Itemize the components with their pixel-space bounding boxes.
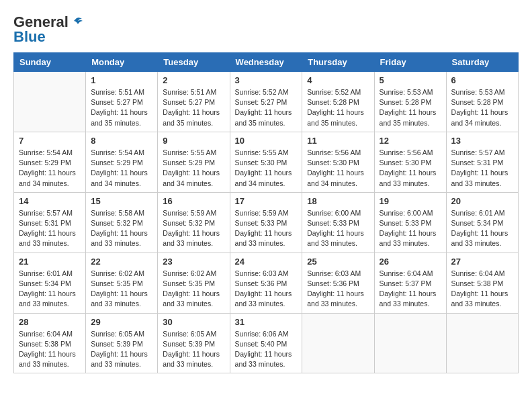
day-info: Sunrise: 5:58 AM Sunset: 5:32 PM Dayligh… [91, 208, 152, 249]
calendar-table: SundayMondayTuesdayWednesdayThursdayFrid… [13, 52, 519, 373]
day-info: Sunrise: 6:03 AM Sunset: 5:36 PM Dayligh… [307, 269, 369, 310]
day-number: 21 [19, 257, 81, 267]
calendar-cell: 17 Sunrise: 5:59 AM Sunset: 5:33 PM Dayl… [230, 192, 302, 253]
day-info: Sunrise: 6:04 AM Sunset: 5:37 PM Dayligh… [380, 269, 441, 310]
day-number: 27 [451, 257, 513, 267]
day-number: 7 [19, 136, 81, 146]
day-number: 22 [91, 257, 152, 267]
day-info: Sunrise: 6:03 AM Sunset: 5:36 PM Dayligh… [235, 269, 298, 310]
calendar-cell: 24 Sunrise: 6:03 AM Sunset: 5:36 PM Dayl… [230, 253, 302, 313]
day-number: 28 [19, 317, 81, 327]
day-number: 3 [235, 75, 298, 85]
day-number: 19 [380, 196, 441, 206]
calendar-cell: 4 Sunrise: 5:52 AM Sunset: 5:28 PM Dayli… [302, 72, 374, 132]
day-info: Sunrise: 6:04 AM Sunset: 5:38 PM Dayligh… [451, 269, 513, 310]
calendar-cell: 22 Sunrise: 6:02 AM Sunset: 5:35 PM Dayl… [86, 253, 158, 313]
calendar-cell: 26 Sunrise: 6:04 AM Sunset: 5:37 PM Dayl… [374, 253, 446, 313]
day-info: Sunrise: 6:02 AM Sunset: 5:35 PM Dayligh… [91, 269, 152, 310]
day-info: Sunrise: 5:59 AM Sunset: 5:33 PM Dayligh… [235, 208, 298, 249]
calendar-cell: 1 Sunrise: 5:51 AM Sunset: 5:27 PM Dayli… [86, 72, 158, 132]
calendar-cell: 10 Sunrise: 5:55 AM Sunset: 5:30 PM Dayl… [230, 132, 302, 192]
day-info: Sunrise: 6:00 AM Sunset: 5:33 PM Dayligh… [307, 208, 369, 249]
day-info: Sunrise: 6:05 AM Sunset: 5:39 PM Dayligh… [163, 329, 224, 370]
day-info: Sunrise: 6:01 AM Sunset: 5:34 PM Dayligh… [19, 269, 81, 310]
calendar-cell [374, 313, 446, 373]
day-info: Sunrise: 5:55 AM Sunset: 5:29 PM Dayligh… [163, 148, 224, 189]
calendar-cell: 18 Sunrise: 6:00 AM Sunset: 5:33 PM Dayl… [302, 192, 374, 253]
day-info: Sunrise: 5:52 AM Sunset: 5:27 PM Dayligh… [235, 87, 298, 128]
day-number: 13 [451, 136, 513, 146]
weekday-header: Friday [374, 53, 446, 72]
calendar-cell: 2 Sunrise: 5:51 AM Sunset: 5:27 PM Dayli… [158, 72, 230, 132]
weekday-header: Thursday [302, 53, 374, 72]
day-info: Sunrise: 5:53 AM Sunset: 5:28 PM Dayligh… [380, 87, 441, 128]
day-number: 8 [91, 136, 152, 146]
day-number: 1 [91, 75, 152, 85]
day-info: Sunrise: 5:56 AM Sunset: 5:30 PM Dayligh… [380, 148, 441, 189]
calendar-cell: 14 Sunrise: 5:57 AM Sunset: 5:31 PM Dayl… [14, 192, 86, 253]
calendar-cell: 12 Sunrise: 5:56 AM Sunset: 5:30 PM Dayl… [374, 132, 446, 192]
day-info: Sunrise: 5:52 AM Sunset: 5:28 PM Dayligh… [307, 87, 369, 128]
calendar-cell: 16 Sunrise: 5:59 AM Sunset: 5:32 PM Dayl… [158, 192, 230, 253]
day-number: 26 [380, 257, 441, 267]
day-number: 15 [91, 196, 152, 206]
day-number: 20 [451, 196, 513, 206]
calendar-cell: 31 Sunrise: 6:06 AM Sunset: 5:40 PM Dayl… [230, 313, 302, 373]
logo-blue: Blue [13, 28, 46, 46]
day-info: Sunrise: 6:05 AM Sunset: 5:39 PM Dayligh… [91, 329, 152, 370]
calendar-cell: 29 Sunrise: 6:05 AM Sunset: 5:39 PM Dayl… [86, 313, 158, 373]
calendar-cell: 3 Sunrise: 5:52 AM Sunset: 5:27 PM Dayli… [230, 72, 302, 132]
day-info: Sunrise: 5:55 AM Sunset: 5:30 PM Dayligh… [235, 148, 298, 189]
day-info: Sunrise: 5:56 AM Sunset: 5:30 PM Dayligh… [307, 148, 369, 189]
day-number: 6 [451, 75, 513, 85]
calendar-cell: 19 Sunrise: 6:00 AM Sunset: 5:33 PM Dayl… [374, 192, 446, 253]
day-number: 10 [235, 136, 298, 146]
calendar-cell: 25 Sunrise: 6:03 AM Sunset: 5:36 PM Dayl… [302, 253, 374, 313]
calendar-cell: 6 Sunrise: 5:53 AM Sunset: 5:28 PM Dayli… [446, 72, 518, 132]
calendar-cell: 27 Sunrise: 6:04 AM Sunset: 5:38 PM Dayl… [446, 253, 518, 313]
weekday-header: Saturday [446, 53, 518, 72]
calendar-cell [446, 313, 518, 373]
calendar-cell [302, 313, 374, 373]
day-number: 4 [307, 75, 369, 85]
calendar-cell: 30 Sunrise: 6:05 AM Sunset: 5:39 PM Dayl… [158, 313, 230, 373]
day-number: 9 [163, 136, 224, 146]
calendar-cell: 23 Sunrise: 6:02 AM Sunset: 5:35 PM Dayl… [158, 253, 230, 313]
day-number: 31 [235, 317, 298, 327]
day-info: Sunrise: 6:02 AM Sunset: 5:35 PM Dayligh… [163, 269, 224, 310]
day-number: 17 [235, 196, 298, 206]
day-number: 11 [307, 136, 369, 146]
calendar-cell: 5 Sunrise: 5:53 AM Sunset: 5:28 PM Dayli… [374, 72, 446, 132]
day-info: Sunrise: 5:57 AM Sunset: 5:31 PM Dayligh… [451, 148, 513, 189]
day-number: 25 [307, 257, 369, 267]
day-info: Sunrise: 5:51 AM Sunset: 5:27 PM Dayligh… [163, 87, 224, 128]
day-number: 16 [163, 196, 224, 206]
day-info: Sunrise: 6:01 AM Sunset: 5:34 PM Dayligh… [451, 208, 513, 249]
calendar-cell: 13 Sunrise: 5:57 AM Sunset: 5:31 PM Dayl… [446, 132, 518, 192]
day-number: 23 [163, 257, 224, 267]
calendar-cell: 9 Sunrise: 5:55 AM Sunset: 5:29 PM Dayli… [158, 132, 230, 192]
logo-bird-icon [70, 15, 83, 29]
calendar-cell: 8 Sunrise: 5:54 AM Sunset: 5:29 PM Dayli… [86, 132, 158, 192]
calendar-cell: 21 Sunrise: 6:01 AM Sunset: 5:34 PM Dayl… [14, 253, 86, 313]
calendar-cell: 11 Sunrise: 5:56 AM Sunset: 5:30 PM Dayl… [302, 132, 374, 192]
weekday-header: Monday [86, 53, 158, 72]
calendar-cell: 7 Sunrise: 5:54 AM Sunset: 5:29 PM Dayli… [14, 132, 86, 192]
day-info: Sunrise: 5:51 AM Sunset: 5:27 PM Dayligh… [91, 87, 152, 128]
day-number: 29 [91, 317, 152, 327]
weekday-header: Wednesday [230, 53, 302, 72]
calendar-cell [14, 72, 86, 132]
day-number: 5 [380, 75, 441, 85]
day-number: 14 [19, 196, 81, 206]
day-number: 12 [380, 136, 441, 146]
logo: General Blue [13, 13, 83, 46]
page-header: General Blue [13, 13, 519, 46]
calendar-cell: 28 Sunrise: 6:04 AM Sunset: 5:38 PM Dayl… [14, 313, 86, 373]
calendar-cell: 20 Sunrise: 6:01 AM Sunset: 5:34 PM Dayl… [446, 192, 518, 253]
day-number: 18 [307, 196, 369, 206]
weekday-header: Tuesday [158, 53, 230, 72]
day-info: Sunrise: 5:57 AM Sunset: 5:31 PM Dayligh… [19, 208, 81, 249]
day-info: Sunrise: 5:53 AM Sunset: 5:28 PM Dayligh… [451, 87, 513, 128]
day-info: Sunrise: 5:54 AM Sunset: 5:29 PM Dayligh… [19, 148, 81, 189]
weekday-header: Sunday [14, 53, 86, 72]
